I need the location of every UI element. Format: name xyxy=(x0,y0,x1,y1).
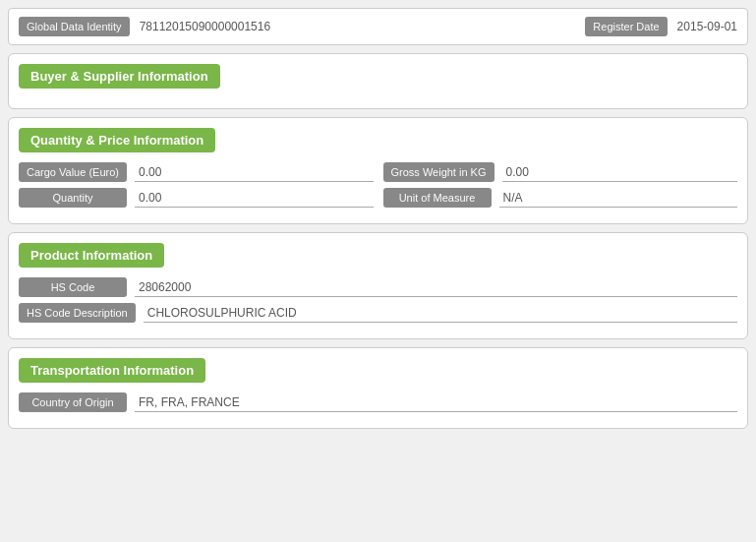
unit-measure-group: Unit of Measure N/A xyxy=(383,188,738,208)
register-date-label: Register Date xyxy=(585,17,667,36)
hs-desc-label: HS Code Description xyxy=(19,303,136,323)
quantity-label: Quantity xyxy=(19,188,127,208)
header-bar: Global Data Identity 7811201509000000151… xyxy=(8,8,748,45)
buyer-supplier-section: Buyer & Supplier Information xyxy=(8,53,748,109)
cargo-value-group: Cargo Value (Euro) 0.00 xyxy=(19,162,374,182)
quantity-unit-row: Quantity 0.00 Unit of Measure N/A xyxy=(19,188,737,208)
hs-desc-value: CHLOROSULPHURIC ACID xyxy=(144,304,737,323)
hs-desc-row: HS Code Description CHLOROSULPHURIC ACID xyxy=(19,303,737,323)
gross-weight-group: Gross Weight in KG 0.00 xyxy=(383,162,738,182)
hs-code-value: 28062000 xyxy=(135,278,737,297)
country-origin-row: Country of Origin FR, FRA, FRANCE xyxy=(19,392,737,412)
main-container: Global Data Identity 7811201509000000151… xyxy=(0,0,756,445)
cargo-value-label: Cargo Value (Euro) xyxy=(19,162,127,182)
gross-weight-value: 0.00 xyxy=(502,163,738,182)
product-section: Product Information HS Code 28062000 HS … xyxy=(8,232,748,339)
transportation-section: Transportation Information Country of Or… xyxy=(8,347,748,429)
gdi-value: 78112015090000001516 xyxy=(140,20,576,33)
hs-code-label: HS Code xyxy=(19,277,127,297)
cargo-value: 0.00 xyxy=(135,163,374,182)
buyer-supplier-title: Buyer & Supplier Information xyxy=(19,64,220,89)
unit-measure-value: N/A xyxy=(499,189,738,208)
gdi-label: Global Data Identity xyxy=(19,17,130,36)
quantity-value: 0.00 xyxy=(135,189,374,208)
quantity-price-title: Quantity & Price Information xyxy=(19,128,215,152)
product-title: Product Information xyxy=(19,243,164,268)
hs-code-row: HS Code 28062000 xyxy=(19,277,737,297)
quantity-price-section: Quantity & Price Information Cargo Value… xyxy=(8,117,748,224)
cargo-gross-row: Cargo Value (Euro) 0.00 Gross Weight in … xyxy=(19,162,737,182)
register-date-value: 2015-09-01 xyxy=(677,20,737,33)
transportation-title: Transportation Information xyxy=(19,358,205,383)
country-origin-label: Country of Origin xyxy=(19,392,127,412)
gross-weight-label: Gross Weight in KG xyxy=(383,162,494,182)
country-origin-value: FR, FRA, FRANCE xyxy=(135,393,737,412)
quantity-group: Quantity 0.00 xyxy=(19,188,374,208)
unit-measure-label: Unit of Measure xyxy=(383,188,492,208)
